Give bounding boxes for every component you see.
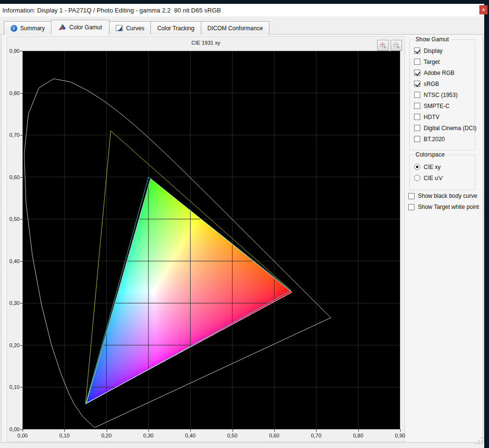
y-axis-tick <box>20 303 23 303</box>
info-icon: i <box>11 25 17 32</box>
checkbox-label: SMPTE-C <box>424 103 450 109</box>
x-axis-tick-label: 0,10 <box>57 433 72 438</box>
x-axis-tick-label: 0,00 <box>15 433 30 438</box>
y-axis-tick-label: 0,20 <box>7 342 20 348</box>
y-axis-tick <box>20 387 23 387</box>
y-axis-tick-label: 0,90 <box>7 48 20 54</box>
curves-icon <box>116 25 123 31</box>
close-button[interactable]: x <box>479 5 488 14</box>
checkbox <box>414 81 420 87</box>
radio-button <box>414 164 420 170</box>
checkbox <box>414 48 420 54</box>
tab-label: Summary <box>20 25 45 32</box>
checkbox <box>414 125 420 131</box>
gamut-plot-area[interactable] <box>23 51 400 429</box>
checkbox-srgb[interactable]: sRGB <box>414 81 473 87</box>
x-axis-tick <box>274 429 275 432</box>
checkbox-label: BT.2020 <box>424 136 445 143</box>
radio-label: CIE u'v' <box>424 175 443 182</box>
checkbox-target-white-point[interactable]: Show Target white point <box>408 204 479 210</box>
y-axis-tick <box>20 93 23 94</box>
y-axis-tick-label: 0,00 <box>7 426 20 432</box>
checkbox-adobe-rgb[interactable]: Adobe RGB <box>414 70 473 76</box>
x-axis-tick-label: 0,70 <box>309 433 323 438</box>
x-axis-tick <box>232 429 233 432</box>
checkbox <box>408 193 415 199</box>
zoom-in-button[interactable] <box>377 40 389 51</box>
checkbox-label: Digital Cinema (DCI) <box>424 125 477 132</box>
checkbox-hdtv[interactable]: HDTV <box>414 114 473 120</box>
y-axis-tick-label: 0,50 <box>7 216 20 222</box>
checkbox-label: sRGB <box>424 81 439 87</box>
tab-curves[interactable]: Curves <box>109 21 151 35</box>
checkbox <box>414 103 420 109</box>
y-axis-tick-label: 0,70 <box>7 132 20 138</box>
chromaticity-chart: CIE 1931 xy 0,000,100,200,300,400,500,60… <box>7 36 405 442</box>
y-axis-tick <box>20 261 23 262</box>
checkbox <box>414 59 420 65</box>
y-axis-tick-label: 0,10 <box>7 384 20 390</box>
window-title: Information: Display 1 - PA271Q / Photo … <box>0 7 221 14</box>
radio-cie-xy[interactable]: CIE xy <box>414 164 473 170</box>
tab-color-tracking[interactable]: Color Tracking <box>150 21 201 35</box>
x-axis-tick-label: 0,40 <box>183 433 197 438</box>
x-axis-tick <box>64 429 65 432</box>
zoom-out-button[interactable] <box>391 40 402 51</box>
checkbox <box>414 70 420 76</box>
zoom-in-icon <box>379 42 387 49</box>
checkbox <box>414 136 420 142</box>
y-axis-tick <box>20 219 23 219</box>
checkbox-digital-cinema[interactable]: Digital Cinema (DCI) <box>414 125 473 131</box>
chart-title: CIE 1931 xy <box>7 40 404 46</box>
window-titlebar[interactable]: Information: Display 1 - PA271Q / Photo … <box>0 4 484 16</box>
y-axis-tick <box>20 345 23 346</box>
checkbox-black-body-curve[interactable]: Show black body curve <box>408 193 477 199</box>
window-top-border <box>0 0 489 4</box>
y-axis-tick-label: 0,30 <box>7 300 20 306</box>
group-label: Colorspace <box>414 151 447 158</box>
x-axis-tick <box>23 429 23 432</box>
white-point-marker-display-white <box>151 287 155 291</box>
x-axis-tick-label: 0,90 <box>393 433 407 438</box>
x-axis-tick <box>316 429 317 432</box>
checkbox-label: Adobe RGB <box>424 70 454 76</box>
x-axis-tick-label: 0,50 <box>225 433 240 438</box>
y-axis-tick <box>20 429 23 430</box>
x-axis-tick-label: 0,20 <box>99 433 114 438</box>
tab-summary[interactable]: i Summary <box>4 21 51 35</box>
x-axis-tick-label: 0,80 <box>351 433 366 438</box>
checkbox-bt2020[interactable]: BT.2020 <box>414 136 473 142</box>
tab-label: Color Tracking <box>157 25 194 32</box>
checkbox-label: NTSC (1953) <box>424 92 458 98</box>
tab-color-gamut[interactable]: Color Gamut <box>51 20 110 35</box>
window-right-border <box>484 0 489 448</box>
y-axis-tick-label: 0,80 <box>7 90 20 96</box>
tab-label: Curves <box>126 25 144 32</box>
x-axis-tick <box>358 429 359 432</box>
radio-cie-uv[interactable]: CIE u'v' <box>414 175 473 181</box>
gamut-outline-display <box>86 179 292 403</box>
x-axis-tick-label: 0,60 <box>267 433 281 438</box>
checkbox-label: Target <box>424 59 440 65</box>
checkbox-smpte-c[interactable]: SMPTE-C <box>414 103 473 109</box>
checkbox-label: Display <box>424 48 442 54</box>
spectral-locus <box>24 79 330 427</box>
x-axis-tick <box>400 429 401 432</box>
group-label: Show Gamut <box>414 36 451 43</box>
checkbox-ntsc[interactable]: NTSC (1953) <box>414 92 473 98</box>
tab-label: Color Gamut <box>69 24 102 31</box>
y-axis-tick-label: 0,60 <box>7 174 20 180</box>
zoom-out-icon <box>393 42 400 49</box>
checkbox-label: HDTV <box>424 114 440 121</box>
checkbox-display[interactable]: Display <box>414 48 473 54</box>
checkbox-target[interactable]: Target <box>414 59 473 65</box>
gamut-overlay <box>23 51 400 429</box>
x-axis-tick <box>148 429 149 432</box>
gamut-triangle-icon <box>59 24 66 31</box>
resize-grip[interactable] <box>475 437 483 445</box>
tab-dicom-conformance[interactable]: DICOM Conformance <box>201 21 269 35</box>
white-point-marker-target-white <box>153 293 157 297</box>
show-gamut-group: Show Gamut Display Target Adobe RGB sRGB… <box>409 39 475 150</box>
x-axis-tick <box>107 429 107 432</box>
colorspace-group: Colorspace CIE xy CIE u'v' <box>409 155 475 190</box>
